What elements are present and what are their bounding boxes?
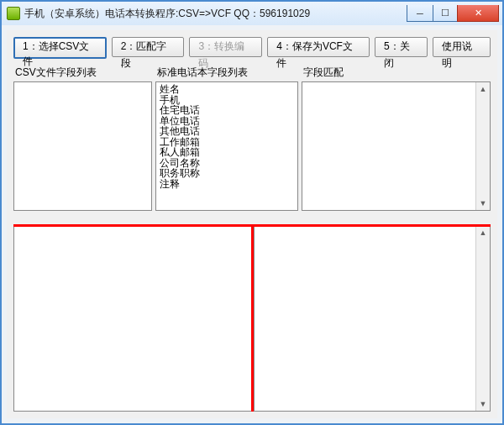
scroll-up-icon[interactable]: ▲ [476, 226, 490, 239]
toolbar: 1：选择CSV文件 2：匹配字段 3：转换编码 4：保存为VCF文件 5：关闭 … [7, 30, 497, 64]
std-fields-listbox[interactable]: 姓名 手机 住宅电话 单位电话 其他电话 工作邮箱 私人邮箱 公司名称 职务职称… [155, 81, 298, 211]
csv-fields-header: CSV文件字段列表 [13, 64, 152, 81]
list-item[interactable]: 职务职称 [160, 168, 294, 179]
csv-fields-panel: CSV文件字段列表 [13, 64, 152, 211]
match-fields-button[interactable]: 2：匹配字段 [112, 37, 185, 57]
list-item[interactable]: 私人邮箱 [160, 147, 294, 158]
vertical-divider [251, 224, 254, 412]
convert-encoding-button: 3：转换编码 [189, 37, 262, 57]
lower-left-box [13, 225, 252, 412]
std-fields-items: 姓名 手机 住宅电话 单位电话 其他电话 工作邮箱 私人邮箱 公司名称 职务职称… [156, 82, 297, 191]
scroll-up-icon[interactable]: ▲ [476, 82, 490, 96]
match-panel: 字段匹配 ▲ ▼ [302, 64, 491, 211]
close-button[interactable]: ✕ [457, 5, 499, 22]
save-vcf-button[interactable]: 4：保存为VCF文件 [267, 37, 370, 57]
std-fields-header: 标准电话本字段列表 [155, 64, 298, 81]
maximize-button[interactable]: ☐ [433, 5, 458, 22]
std-fields-panel: 标准电话本字段列表 姓名 手机 住宅电话 单位电话 其他电话 工作邮箱 私人邮箱… [155, 64, 298, 211]
scroll-down-icon[interactable]: ▼ [476, 197, 490, 210]
scrollbar[interactable]: ▲ ▼ [475, 226, 490, 411]
client-area: 1：选择CSV文件 2：匹配字段 3：转换编码 4：保存为VCF文件 5：关闭 … [7, 30, 497, 418]
select-csv-button[interactable]: 1：选择CSV文件 [13, 37, 107, 59]
app-icon [7, 7, 20, 20]
window-title: 手机（安卓系统）电话本转换程序:CSV=>VCF QQ：596191029 [24, 7, 407, 21]
app-window: 手机（安卓系统）电话本转换程序:CSV=>VCF QQ：596191029 ─ … [0, 0, 504, 425]
window-controls: ─ ☐ ✕ [407, 5, 499, 22]
minimize-button[interactable]: ─ [407, 5, 433, 22]
list-item[interactable]: 住宅电话 [160, 105, 294, 116]
help-button[interactable]: 使用说明 [433, 37, 491, 57]
list-item[interactable]: 姓名 [160, 84, 294, 95]
match-listbox[interactable]: ▲ ▼ [302, 81, 491, 211]
scrollbar[interactable]: ▲ ▼ [475, 82, 490, 210]
close-app-button[interactable]: 5：关闭 [375, 37, 428, 57]
upper-panels: CSV文件字段列表 标准电话本字段列表 姓名 手机 住宅电话 单位电话 其他电话… [7, 64, 497, 211]
lower-right-box: ▲ ▼ [254, 225, 491, 412]
list-item[interactable]: 其他电话 [160, 126, 294, 137]
scroll-down-icon[interactable]: ▼ [476, 397, 490, 411]
csv-fields-listbox[interactable] [13, 81, 152, 211]
title-bar: 手机（安卓系统）电话本转换程序:CSV=>VCF QQ：596191029 ─ … [2, 2, 502, 25]
list-item[interactable]: 注释 [160, 179, 294, 190]
match-header: 字段匹配 [302, 64, 491, 81]
